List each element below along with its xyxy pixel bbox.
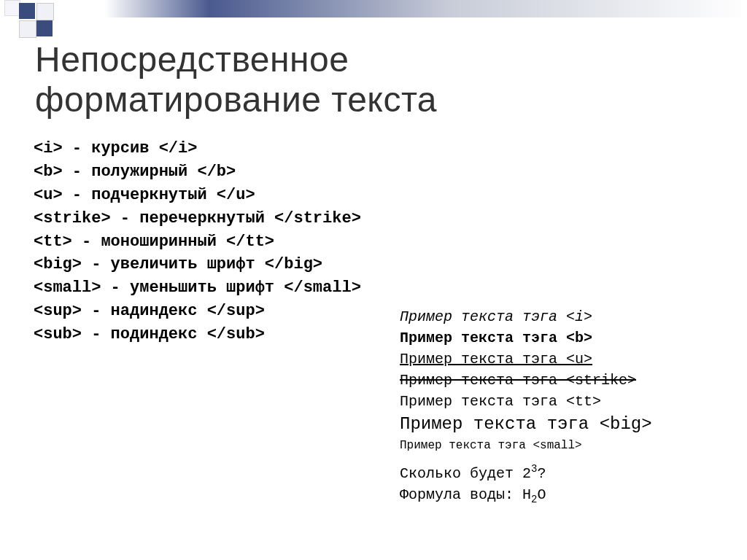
example-sup: Сколько будет 23? [400, 462, 652, 484]
tag-row-i: <i> - курсив </i> [34, 137, 361, 160]
tag-row-sub: <sub> - подиндекс </sub> [34, 323, 361, 346]
example-tt: Пример текста тэга <tt> [400, 391, 652, 412]
tag-row-b: <b> - полужирный </b> [34, 160, 361, 184]
example-strike: Пример текста тэга <strike> [400, 370, 652, 391]
tag-examples: Пример текста тэга <i> Пример текста тэг… [400, 306, 652, 507]
example-b: Пример текста тэга <b> [400, 327, 652, 349]
tag-row-big: <big> - увеличить шрифт </big> [34, 253, 361, 276]
example-small: Пример текста тэга <small> [400, 438, 652, 454]
tag-definitions: <i> - курсив </i> <b> - полужирный </b> … [34, 137, 361, 346]
example-u: Пример текста тэга <u> [400, 349, 652, 370]
tag-row-strike: <strike> - перечеркнутый </strike> [34, 207, 361, 230]
example-big: Пример текста тэга <big> [400, 412, 652, 438]
tag-row-sup: <sup> - надиндекс </sup> [34, 300, 361, 323]
example-sub: Формула воды: H2O [400, 484, 652, 507]
tag-row-u: <u> - подчеркнутый </u> [34, 184, 361, 207]
example-i: Пример текста тэга <i> [400, 306, 652, 327]
tag-row-tt: <tt> - моноширинный </tt> [34, 230, 361, 254]
logo-squares [4, 0, 107, 36]
tag-row-small: <small> - уменьшить шрифт </small> [34, 276, 361, 300]
title-line2: форматирование текста [35, 80, 437, 119]
slide-topbar [0, 0, 747, 18]
title-line1: Непосредственное [35, 40, 349, 79]
slide-title: Непосредственное форматирование текста [35, 39, 437, 120]
